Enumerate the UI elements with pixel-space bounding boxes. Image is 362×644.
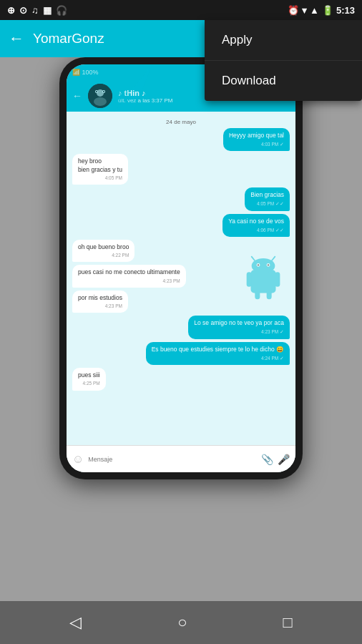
menu-item-apply[interactable]: Apply [205, 20, 362, 61]
menu-overlay [0, 20, 362, 644]
grid-icon: ▦ [43, 5, 52, 16]
dropdown-menu: Apply Download [205, 20, 362, 101]
battery-icon: 🔋 [322, 5, 333, 16]
status-right-icons: ⏰ ▾ ▲ 🔋 5:13 [288, 5, 355, 16]
circle-icon: ⊙ [19, 5, 27, 16]
menu-item-download[interactable]: Download [205, 61, 362, 101]
headphone-icon: 🎧 [56, 5, 67, 16]
wifi-icon: ▲ [310, 5, 319, 16]
status-left-icons: ⊕ ⊙ ♫ ▦ 🎧 [7, 5, 67, 16]
clock: 5:13 [336, 5, 355, 16]
signal-icon: ▾ [302, 5, 307, 16]
music-icon: ♫ [31, 5, 39, 16]
alarm-icon: ⏰ [288, 5, 299, 16]
status-bar: ⊕ ⊙ ♫ ▦ 🎧 ⏰ ▾ ▲ 🔋 5:13 [0, 0, 362, 20]
notification-icon: ⊕ [7, 5, 15, 16]
